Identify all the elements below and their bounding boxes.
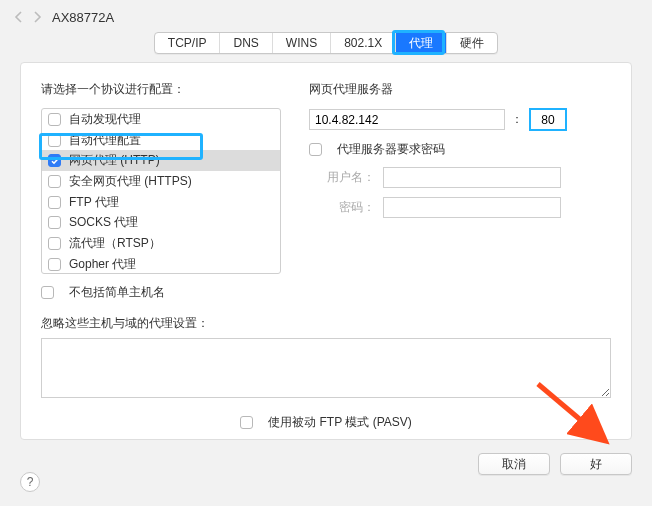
titlebar: AX88772A <box>0 0 652 28</box>
protocol-row-0[interactable]: 自动发现代理 <box>42 109 280 130</box>
protocol-label-7: Gopher 代理 <box>69 256 136 273</box>
pasv-ftp-checkbox[interactable] <box>240 416 253 429</box>
protocol-row-1[interactable]: 自动代理配置 <box>42 130 280 151</box>
tab-0[interactable]: TCP/IP <box>155 33 221 53</box>
protocol-label-0: 自动发现代理 <box>69 111 141 128</box>
protocol-row-2[interactable]: 网页代理 (HTTP) <box>42 150 280 171</box>
protocols-list[interactable]: 自动发现代理自动代理配置网页代理 (HTTP)安全网页代理 (HTTPS)FTP… <box>41 108 281 274</box>
protocol-checkbox-5[interactable] <box>48 216 61 229</box>
protocol-label-2: 网页代理 (HTTP) <box>69 152 160 169</box>
tab-2[interactable]: WINS <box>273 33 331 53</box>
password-label: 密码： <box>309 199 375 216</box>
exclude-simple-host-checkbox[interactable] <box>41 286 54 299</box>
network-proxy-prefs-window: { "header": { "title": "AX88772A" }, "ta… <box>0 0 652 506</box>
protocols-column: 请选择一个协议进行配置： 自动发现代理自动代理配置网页代理 (HTTP)安全网页… <box>41 81 281 301</box>
protocol-label-4: FTP 代理 <box>69 194 119 211</box>
protocol-row-4[interactable]: FTP 代理 <box>42 192 280 213</box>
exclude-simple-host-label: 不包括简单主机名 <box>69 284 165 301</box>
cancel-button-label: 取消 <box>502 456 526 473</box>
proxy-server-column: 网页代理服务器 ： 代理服务器要求密码 用户名： 密码： <box>309 81 611 301</box>
ok-button[interactable]: 好 <box>560 453 632 475</box>
tabs-row: TCP/IPDNSWINS802.1X代理硬件 <box>0 28 652 62</box>
protocol-label-3: 安全网页代理 (HTTPS) <box>69 173 192 190</box>
protocol-row-6[interactable]: 流代理（RTSP） <box>42 233 280 254</box>
tab-5[interactable]: 硬件 <box>447 33 497 53</box>
tab-1[interactable]: DNS <box>220 33 272 53</box>
tab-segmented-control[interactable]: TCP/IPDNSWINS802.1X代理硬件 <box>154 32 498 54</box>
protocol-checkbox-3[interactable] <box>48 175 61 188</box>
protocol-row-7[interactable]: Gopher 代理 <box>42 254 280 274</box>
protocol-checkbox-6[interactable] <box>48 237 61 250</box>
tab-3[interactable]: 802.1X <box>331 33 396 53</box>
protocols-heading: 请选择一个协议进行配置： <box>41 81 281 98</box>
proxy-settings-panel: 请选择一个协议进行配置： 自动发现代理自动代理配置网页代理 (HTTP)安全网页… <box>20 62 632 440</box>
bypass-hosts-textarea[interactable] <box>41 338 611 398</box>
help-button[interactable]: ? <box>20 472 40 492</box>
ok-button-label: 好 <box>590 456 602 473</box>
cancel-button[interactable]: 取消 <box>478 453 550 475</box>
protocol-label-6: 流代理（RTSP） <box>69 235 161 252</box>
window-title: AX88772A <box>52 10 114 25</box>
back-forward-icon[interactable] <box>14 8 42 26</box>
username-input[interactable] <box>383 167 561 188</box>
protocol-checkbox-4[interactable] <box>48 196 61 209</box>
protocol-checkbox-1[interactable] <box>48 134 61 147</box>
protocol-checkbox-2[interactable] <box>48 154 61 167</box>
proxy-ip-input[interactable] <box>309 109 505 130</box>
username-label: 用户名： <box>309 169 375 186</box>
tab-4[interactable]: 代理 <box>396 33 447 53</box>
pasv-ftp-label: 使用被动 FTP 模式 (PASV) <box>268 414 412 431</box>
ip-port-colon: ： <box>511 111 523 128</box>
require-password-label: 代理服务器要求密码 <box>337 141 445 158</box>
protocol-checkbox-0[interactable] <box>48 113 61 126</box>
bypass-hosts-label: 忽略这些主机与域的代理设置： <box>41 315 611 332</box>
require-password-checkbox[interactable] <box>309 143 322 156</box>
password-input[interactable] <box>383 197 561 218</box>
protocol-row-3[interactable]: 安全网页代理 (HTTPS) <box>42 171 280 192</box>
protocol-label-5: SOCKS 代理 <box>69 214 138 231</box>
proxy-server-heading: 网页代理服务器 <box>309 81 611 98</box>
footer: ? 取消 好 <box>0 450 652 489</box>
protocol-row-5[interactable]: SOCKS 代理 <box>42 212 280 233</box>
protocol-label-1: 自动代理配置 <box>69 132 141 149</box>
protocol-checkbox-7[interactable] <box>48 258 61 271</box>
proxy-port-input[interactable] <box>529 108 567 131</box>
